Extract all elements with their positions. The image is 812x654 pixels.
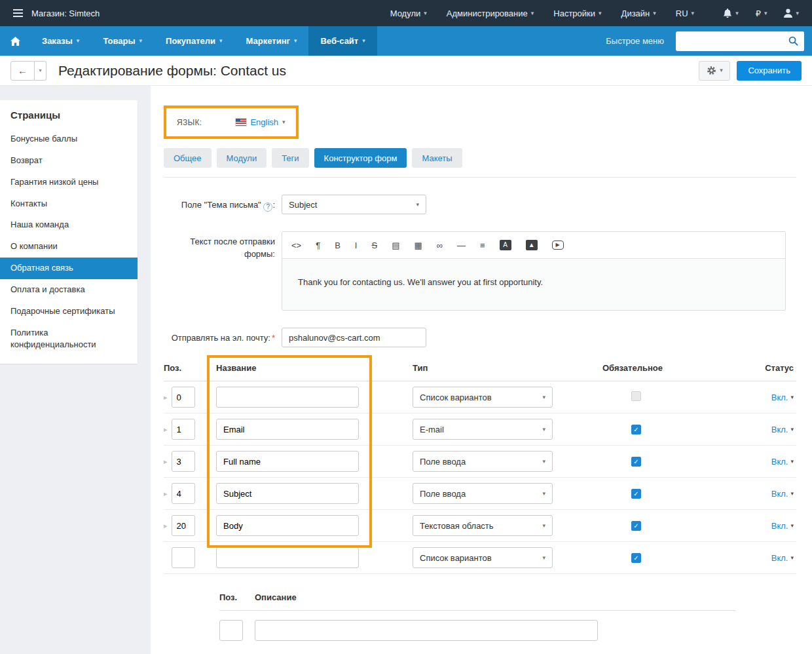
position-input[interactable] (172, 419, 195, 440)
nav-item[interactable]: Маркетинг▾ (234, 26, 309, 56)
name-input[interactable] (216, 515, 359, 536)
topbar-menu[interactable]: Дизайн▾ (621, 9, 656, 18)
store-menu-icon[interactable] (13, 9, 23, 17)
status-dropdown[interactable]: Вкл.▾ (771, 489, 794, 499)
table-icon[interactable]: ▦ (414, 241, 422, 250)
navbar-items: Заказы▾Товары▾Покупатели▾Маркетинг▾Веб-с… (30, 26, 377, 56)
topbar-menu[interactable]: RU▾ (676, 9, 694, 18)
sidebar-item[interactable]: Возврат (0, 150, 138, 172)
sidebar-item[interactable]: Гарантия низкой цены (0, 172, 138, 193)
type-select[interactable]: Поле ввода▾ (413, 483, 553, 504)
tab[interactable]: Теги (272, 148, 308, 168)
position-input[interactable] (172, 483, 195, 504)
store-label[interactable]: Магазин: Simtech (31, 9, 100, 18)
type-select[interactable]: Поле ввода▾ (413, 451, 553, 472)
tab[interactable]: Конструктор форм (314, 148, 407, 168)
sidebar-item[interactable]: Обратная связь (0, 258, 138, 279)
required-checkbox[interactable]: ✓ (631, 457, 641, 467)
type-select[interactable]: E-mail▾ (413, 419, 553, 440)
font-color-icon[interactable]: A (500, 240, 511, 250)
horizontal-rule-icon[interactable]: — (457, 241, 466, 250)
chevron-down-icon: ▾ (599, 10, 602, 16)
position-input[interactable] (172, 387, 195, 408)
chevron-down-icon: ▾ (219, 38, 223, 44)
nav-item[interactable]: Товары▾ (91, 26, 154, 56)
notifications-menu[interactable]: ▾ (723, 9, 739, 18)
settings-button[interactable]: ▾ (699, 61, 730, 81)
sidebar-item[interactable]: Политика конфиденциальности (0, 322, 138, 356)
nav-item[interactable]: Веб-сайт▾ (308, 26, 377, 56)
language-dropdown[interactable]: English ▾ (236, 117, 285, 127)
topbar-menu[interactable]: Администрирование▾ (447, 9, 534, 18)
help-icon[interactable]: ? (263, 202, 272, 212)
italic-icon[interactable]: I (355, 241, 358, 250)
position-input[interactable] (172, 451, 195, 472)
type-select[interactable]: Текстовая область▾ (413, 515, 553, 536)
search-box (676, 31, 804, 51)
sidebar-item[interactable]: Бонусные баллы (0, 128, 138, 150)
status-dropdown[interactable]: Вкл.▾ (771, 457, 794, 467)
required-checkbox[interactable]: ✓ (631, 489, 641, 499)
tab[interactable]: Макеты (412, 148, 462, 168)
save-button[interactable]: Сохранить (737, 61, 802, 81)
search-input[interactable] (676, 36, 782, 46)
drag-handle-icon[interactable]: ▸ (164, 490, 168, 498)
type-select[interactable]: Список вариантов▾ (413, 547, 553, 568)
name-input[interactable] (216, 387, 359, 408)
required-checkbox[interactable]: ✓ (631, 521, 641, 531)
required-checkbox[interactable]: ✓ (631, 425, 641, 434)
position-input[interactable] (172, 547, 195, 568)
email-input[interactable] (282, 328, 426, 347)
chevron-down-icon: ▾ (542, 523, 545, 529)
sidebar-item[interactable]: Оплата и доставка (0, 279, 138, 301)
back-button[interactable]: ← (10, 61, 35, 81)
sidebar-item[interactable]: Контакты (0, 193, 138, 215)
status-dropdown[interactable]: Вкл.▾ (771, 553, 794, 563)
search-button[interactable] (782, 31, 804, 51)
type-select[interactable]: Список вариантов▾ (413, 387, 553, 408)
tab[interactable]: Общее (164, 148, 212, 168)
name-input[interactable] (216, 419, 359, 440)
topbar-menu[interactable]: Настройки▾ (553, 9, 601, 18)
required-checkbox[interactable]: ✓ (631, 553, 641, 563)
status-dropdown[interactable]: Вкл.▾ (771, 425, 794, 434)
image-icon[interactable]: ▲ (526, 240, 538, 250)
editor-content[interactable]: Thank you for contacting us. We'll answe… (282, 259, 785, 310)
user-menu[interactable]: ▾ (784, 9, 799, 18)
back-dropdown[interactable]: ▾ (35, 61, 46, 81)
nav-item[interactable]: Заказы▾ (30, 26, 91, 56)
sidebar-item[interactable]: Подарочные сертификаты (0, 301, 138, 322)
subject-field-select[interactable]: Subject ▾ (282, 195, 426, 214)
sidebar-item[interactable]: Наша команда (0, 214, 138, 236)
variant-description-input[interactable] (255, 620, 598, 641)
source-code-icon[interactable]: <> (291, 241, 301, 250)
currency-menu[interactable]: ₽ ▾ (756, 9, 767, 18)
position-input[interactable] (172, 515, 195, 536)
chevron-down-icon: ▾ (531, 10, 534, 16)
drag-handle-icon[interactable]: ▸ (164, 522, 168, 530)
unordered-list-icon[interactable]: ▤ (392, 241, 399, 250)
drag-handle-icon[interactable]: ▸ (164, 457, 168, 466)
drag-handle-icon[interactable]: ▸ (164, 393, 168, 402)
name-input[interactable] (216, 451, 359, 472)
status-dropdown[interactable]: Вкл.▾ (771, 521, 794, 531)
topbar-menu[interactable]: Модули▾ (390, 9, 427, 18)
status-dropdown[interactable]: Вкл.▾ (771, 393, 794, 402)
drag-handle-icon[interactable]: ▸ (164, 425, 168, 434)
name-input[interactable] (216, 547, 359, 568)
bold-icon[interactable]: B (335, 241, 341, 250)
tab[interactable]: Модули (217, 148, 267, 168)
required-checkbox[interactable] (631, 391, 641, 401)
language-value: English (250, 117, 278, 127)
strikethrough-icon[interactable]: S (371, 241, 377, 250)
home-button[interactable] (0, 26, 30, 56)
link-icon[interactable]: ∞ (437, 241, 443, 250)
paragraph-icon[interactable]: ¶ (316, 241, 320, 250)
video-icon[interactable]: ▶ (552, 240, 564, 250)
variant-position-input[interactable] (219, 620, 243, 641)
align-icon[interactable]: ≡ (480, 241, 485, 250)
nav-item[interactable]: Покупатели▾ (154, 26, 234, 56)
sidebar-item[interactable]: О компании (0, 236, 138, 258)
name-input[interactable] (216, 483, 359, 504)
quick-menu-link[interactable]: Быстрое меню (606, 36, 664, 46)
